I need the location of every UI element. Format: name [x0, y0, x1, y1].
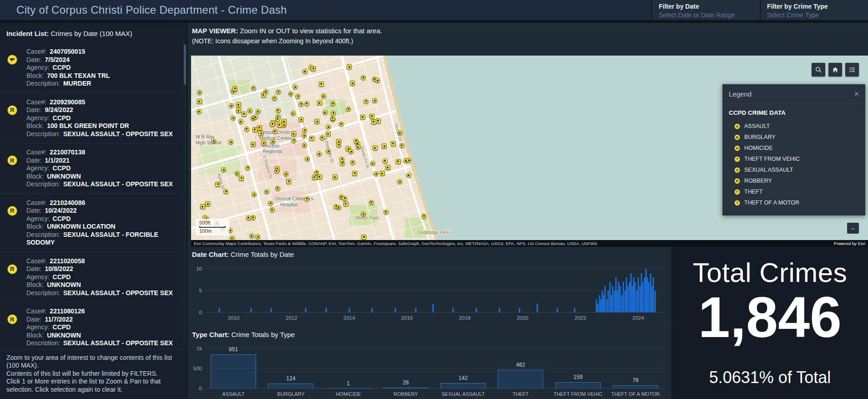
crime-marker-icon[interactable]	[331, 111, 336, 116]
collapse-button[interactable]: –	[847, 223, 859, 234]
crime-marker-icon[interactable]	[251, 86, 256, 91]
crime-marker-icon[interactable]	[399, 143, 404, 148]
crime-marker-icon[interactable]	[398, 130, 403, 135]
crime-marker-icon[interactable]	[346, 107, 351, 112]
crime-marker-icon[interactable]	[249, 233, 254, 238]
crime-marker-icon[interactable]	[288, 91, 293, 96]
crime-marker-icon[interactable]	[304, 101, 309, 106]
crime-marker-icon[interactable]	[363, 99, 368, 104]
crime-marker-icon[interactable]	[375, 78, 380, 83]
crime-marker-icon[interactable]	[317, 151, 322, 156]
crime-marker-icon[interactable]	[380, 171, 385, 176]
incident-list-item[interactable]: Case#:2407050015Date:7/5/2024Agency:CCPD…	[0, 43, 183, 93]
crime-marker-icon[interactable]	[348, 149, 353, 154]
crime-marker-icon[interactable]	[369, 114, 374, 119]
crime-marker-icon[interactable]	[350, 81, 355, 86]
crime-marker-icon[interactable]	[253, 114, 258, 119]
crime-marker-icon[interactable]	[215, 182, 220, 187]
crime-marker-icon[interactable]	[321, 93, 326, 98]
type-chart[interactable]: Type Chart: Crime Totals by Type 05001k8…	[187, 327, 671, 399]
crime-marker-icon[interactable]	[397, 179, 402, 184]
crime-marker-icon[interactable]	[231, 115, 236, 120]
crime-marker-icon[interactable]	[376, 118, 381, 123]
crime-marker-icon[interactable]	[291, 111, 296, 116]
crime-marker-icon[interactable]	[264, 189, 269, 194]
crime-marker-icon[interactable]	[373, 171, 378, 176]
crime-marker-icon[interactable]	[333, 174, 338, 179]
crime-marker-icon[interactable]	[252, 192, 257, 197]
crime-marker-icon[interactable]	[361, 75, 366, 80]
crime-marker-icon[interactable]	[286, 179, 291, 184]
crime-marker-icon[interactable]	[406, 173, 411, 178]
crime-marker-icon[interactable]	[282, 123, 287, 128]
crime-marker-icon[interactable]	[302, 128, 307, 133]
crime-marker-icon[interactable]	[361, 211, 366, 216]
crime-marker-icon[interactable]	[236, 108, 241, 113]
crime-marker-icon[interactable]	[421, 214, 426, 219]
crime-marker-icon[interactable]	[302, 143, 307, 148]
crime-marker-icon[interactable]	[320, 135, 325, 140]
crime-marker-icon[interactable]	[272, 96, 277, 101]
crime-marker-icon[interactable]	[246, 215, 251, 220]
crime-marker-icon[interactable]	[268, 201, 273, 206]
crime-marker-icon[interactable]	[356, 144, 361, 149]
map[interactable]: Corpus Christi Medical Center Doctors Re…	[191, 56, 868, 240]
crime-marker-icon[interactable]	[342, 196, 347, 201]
search-button[interactable]	[812, 63, 825, 77]
crime-marker-icon[interactable]	[302, 133, 307, 138]
crime-marker-icon[interactable]	[283, 171, 288, 176]
crime-marker-icon[interactable]	[239, 176, 244, 181]
incident-list-scrollbar[interactable]	[183, 44, 187, 345]
incident-list-item[interactable]: RCase#:2210240086Date:10/24/2022Agency:C…	[0, 194, 183, 252]
crime-marker-icon[interactable]	[326, 148, 331, 153]
type-chart-plot[interactable]: 05001k85112412814246215979	[205, 348, 664, 389]
crime-marker-icon[interactable]	[205, 201, 210, 206]
incident-list[interactable]: Case#:2407050015Date:7/5/2024Agency:CCPD…	[0, 43, 183, 345]
crime-marker-icon[interactable]	[270, 139, 275, 144]
filter-type-placeholder[interactable]: Select Crime Type	[767, 11, 868, 19]
crime-marker-icon[interactable]	[383, 159, 388, 164]
crime-marker-icon[interactable]	[298, 102, 303, 107]
crime-marker-icon[interactable]	[235, 171, 240, 176]
crime-marker-icon[interactable]	[314, 170, 319, 175]
crime-marker-icon[interactable]	[384, 210, 389, 215]
filter-date-placeholder[interactable]: Select Date or Date Range	[659, 11, 760, 19]
crime-marker-icon[interactable]	[396, 159, 401, 164]
crime-marker-icon[interactable]	[326, 124, 331, 129]
filter-by-crime-type[interactable]: Filter by Crime Type Select Crime Type	[760, 0, 868, 20]
scrollbar-thumb[interactable]	[184, 45, 186, 85]
crime-marker-icon[interactable]	[223, 189, 228, 194]
crime-marker-icon[interactable]	[317, 174, 322, 179]
crime-marker-icon[interactable]	[257, 125, 262, 130]
crime-marker-icon[interactable]	[230, 235, 235, 240]
crime-marker-icon[interactable]	[304, 196, 309, 201]
crime-marker-icon[interactable]	[255, 234, 260, 239]
crime-marker-icon[interactable]	[309, 136, 314, 141]
crime-marker-icon[interactable]	[330, 101, 335, 106]
crime-marker-icon[interactable]	[311, 66, 316, 71]
crime-marker-icon[interactable]	[229, 103, 234, 108]
crime-marker-icon[interactable]	[261, 140, 266, 145]
incident-list-item[interactable]: RCase#:2211020058Date:10/8/2022Agency:CC…	[0, 252, 183, 303]
legend-toggle-button[interactable]	[845, 63, 859, 77]
crime-marker-icon[interactable]	[276, 89, 281, 94]
crime-marker-icon[interactable]	[258, 131, 263, 136]
crime-marker-icon[interactable]	[312, 175, 317, 180]
crime-marker-icon[interactable]	[242, 112, 247, 117]
crime-marker-icon[interactable]	[295, 94, 300, 99]
date-chart-plot[interactable]: 0510	[205, 269, 664, 312]
crime-marker-icon[interactable]	[270, 122, 275, 127]
crime-marker-icon[interactable]	[360, 115, 365, 120]
crime-marker-icon[interactable]	[317, 100, 322, 105]
crime-marker-icon[interactable]	[245, 165, 250, 170]
crime-marker-icon[interactable]	[385, 165, 390, 170]
crime-marker-icon[interactable]	[323, 110, 328, 115]
crime-marker-icon[interactable]	[391, 141, 396, 146]
crime-marker-icon[interactable]	[291, 131, 296, 136]
crime-marker-icon[interactable]	[314, 119, 319, 124]
crime-marker-icon[interactable]	[270, 207, 275, 212]
crime-marker-icon[interactable]	[273, 129, 278, 134]
crime-marker-icon[interactable]	[406, 158, 411, 163]
close-icon[interactable]: ×	[854, 90, 859, 98]
crime-marker-icon[interactable]	[228, 139, 233, 144]
